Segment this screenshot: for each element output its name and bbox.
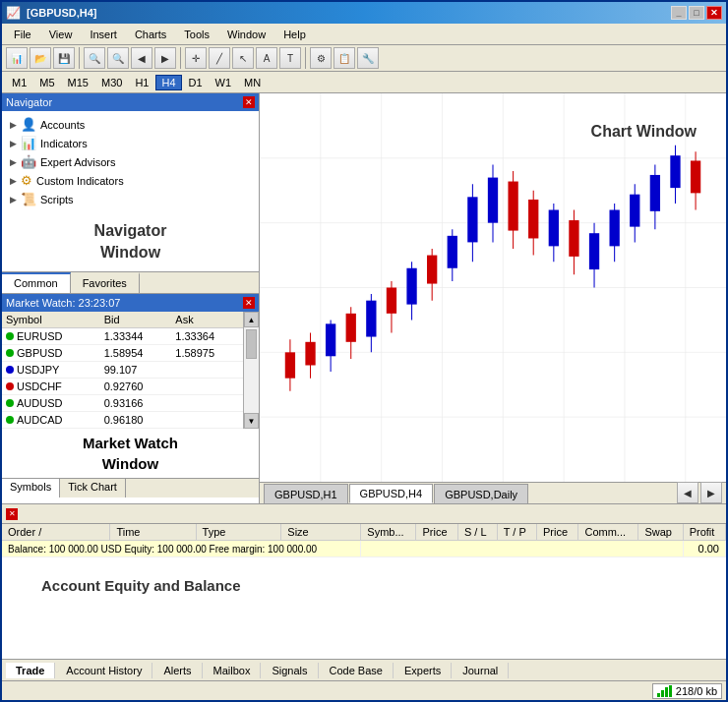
zoom-in-btn[interactable]: 🔍 bbox=[84, 47, 105, 69]
nav-tab-favorites[interactable]: Favorites bbox=[71, 272, 140, 293]
mw-row-usdchf[interactable]: USDCHF 0.92760 bbox=[2, 379, 243, 395]
arrow-btn[interactable]: ↖ bbox=[232, 47, 254, 69]
tf-d1[interactable]: D1 bbox=[183, 75, 209, 90]
market-watch-scrollbar[interactable]: ▲ ▼ bbox=[243, 312, 259, 429]
tab-scroll-left[interactable]: ◀ bbox=[677, 482, 698, 503]
accounts-label: Accounts bbox=[40, 119, 85, 131]
title-text: [GBPUSD,H4] bbox=[27, 7, 97, 19]
zoom-out-btn[interactable]: 🔍 bbox=[107, 47, 129, 69]
svg-rect-44 bbox=[589, 233, 599, 269]
mw-tab-symbols[interactable]: Symbols bbox=[2, 479, 60, 497]
menu-file[interactable]: File bbox=[6, 27, 39, 42]
tree-custom-indicators[interactable]: ▶ ⚙ Custom Indicators bbox=[2, 171, 259, 190]
indicators-icon: 📊 bbox=[21, 136, 36, 150]
balance-text: Balance: 100 000.00 USD Equity: 100 000.… bbox=[2, 541, 361, 557]
tf-m5[interactable]: M5 bbox=[33, 75, 60, 90]
navigator-header: Navigator ✕ bbox=[2, 93, 259, 111]
tab-scroll-right[interactable]: ▶ bbox=[700, 482, 722, 503]
market-watch-close-btn[interactable]: ✕ bbox=[243, 297, 255, 309]
tf-mn[interactable]: MN bbox=[238, 75, 267, 90]
sep3 bbox=[305, 47, 306, 69]
tab-trade[interactable]: Trade bbox=[6, 663, 55, 678]
chart-area: Chart Window GBPUSD,H1 GBPUSD,H4 GBPUSD,… bbox=[260, 93, 726, 503]
chart-tab-h1[interactable]: GBPUSD,H1 bbox=[264, 484, 348, 503]
dot-audusd bbox=[6, 399, 14, 407]
timeframe-bar: M1 M5 M15 M30 H1 H4 D1 W1 MN bbox=[2, 72, 726, 93]
tree-expert-advisors[interactable]: ▶ 🤖 Expert Advisors bbox=[2, 152, 259, 171]
mw-ask-eurusd: 1.33364 bbox=[171, 328, 243, 345]
tf-m30[interactable]: M30 bbox=[95, 75, 128, 90]
scroll-thumb[interactable] bbox=[246, 329, 257, 359]
dot-eurusd bbox=[6, 332, 14, 340]
terminal-close-btn[interactable]: ✕ bbox=[6, 508, 18, 520]
crosshair-btn[interactable]: ✛ bbox=[185, 47, 207, 69]
tab-account-history[interactable]: Account History bbox=[56, 663, 152, 678]
menu-insert[interactable]: Insert bbox=[82, 27, 125, 42]
minimize-button[interactable]: _ bbox=[671, 6, 687, 20]
col-ask: Ask bbox=[171, 312, 243, 328]
menu-charts[interactable]: Charts bbox=[127, 27, 174, 42]
tf-m15[interactable]: M15 bbox=[62, 75, 94, 90]
tab-experts[interactable]: Experts bbox=[394, 663, 452, 678]
mw-row-audcad[interactable]: AUDCAD 0.96180 bbox=[2, 412, 243, 429]
mw-row-gbpusd[interactable]: GBPUSD 1.58954 1.58975 bbox=[2, 345, 243, 362]
svg-rect-34 bbox=[488, 178, 498, 223]
save-btn[interactable]: 💾 bbox=[53, 47, 75, 69]
template-btn[interactable]: 📋 bbox=[334, 47, 355, 69]
tree-indicators[interactable]: ▶ 📊 Indicators bbox=[2, 134, 259, 152]
open-btn[interactable]: 📂 bbox=[30, 47, 51, 69]
nav-tab-common[interactable]: Common bbox=[2, 272, 71, 293]
tf-h1[interactable]: H1 bbox=[129, 75, 154, 90]
svg-rect-18 bbox=[326, 323, 335, 356]
bar2 bbox=[661, 690, 664, 697]
svg-rect-16 bbox=[305, 342, 315, 366]
text-btn[interactable]: A bbox=[256, 47, 277, 69]
ci-label: Custom Indicators bbox=[36, 175, 124, 187]
close-button[interactable]: ✕ bbox=[706, 6, 722, 20]
svg-rect-20 bbox=[346, 314, 356, 342]
tree-scripts[interactable]: ▶ 📜 Scripts bbox=[2, 190, 259, 208]
mw-row-eurusd[interactable]: EURUSD 1.33344 1.33364 bbox=[2, 328, 243, 345]
chart-background[interactable]: Chart Window bbox=[260, 93, 726, 482]
line-btn[interactable]: ╱ bbox=[209, 47, 230, 69]
mw-bid-audcad: 0.96180 bbox=[100, 412, 243, 429]
mw-bid-audusd: 0.93166 bbox=[100, 395, 243, 412]
tf-w1[interactable]: W1 bbox=[210, 75, 238, 90]
market-watch-header: Market Watch: 23:23:07 ✕ bbox=[2, 294, 259, 312]
tf-m1[interactable]: M1 bbox=[6, 75, 32, 90]
tab-mailbox[interactable]: Mailbox bbox=[204, 663, 262, 678]
svg-rect-14 bbox=[285, 352, 295, 378]
prop-btn[interactable]: 🔧 bbox=[357, 47, 379, 69]
tf-h4[interactable]: H4 bbox=[155, 75, 181, 90]
scroll-up-btn[interactable]: ▲ bbox=[244, 312, 259, 327]
navigator-tabs: Common Favorites bbox=[2, 271, 259, 293]
new-chart-btn[interactable]: 📊 bbox=[6, 47, 28, 69]
mw-row-usdjpy[interactable]: USDJPY 99.107 bbox=[2, 362, 243, 379]
tab-codebase[interactable]: Code Base bbox=[320, 663, 394, 678]
scroll-right-btn[interactable]: ▶ bbox=[154, 47, 176, 69]
mw-row-audusd[interactable]: AUDUSD 0.93166 bbox=[2, 395, 243, 412]
maximize-button[interactable]: □ bbox=[689, 6, 704, 20]
col-order: Order / bbox=[2, 524, 110, 541]
scroll-track bbox=[244, 327, 259, 413]
scroll-down-btn[interactable]: ▼ bbox=[244, 413, 259, 429]
tab-alerts[interactable]: Alerts bbox=[153, 663, 202, 678]
bottom-tabs: Trade Account History Alerts Mailbox Sig… bbox=[2, 659, 726, 680]
mw-symbol-gbpusd: GBPUSD bbox=[2, 345, 100, 362]
period-btn[interactable]: T bbox=[279, 47, 301, 69]
menu-help[interactable]: Help bbox=[275, 27, 314, 42]
tree-accounts[interactable]: ▶ 👤 Accounts bbox=[2, 115, 259, 134]
menu-window[interactable]: Window bbox=[219, 27, 273, 42]
navigator-title: Navigator bbox=[6, 96, 52, 108]
menu-view[interactable]: View bbox=[41, 27, 81, 42]
tab-signals[interactable]: Signals bbox=[262, 663, 318, 678]
chart-tab-daily[interactable]: GBPUSD,Daily bbox=[434, 484, 528, 503]
balance-spacer bbox=[361, 541, 683, 557]
chart-tab-h4[interactable]: GBPUSD,H4 bbox=[349, 484, 434, 503]
menu-tools[interactable]: Tools bbox=[176, 27, 217, 42]
mw-tab-tick-chart[interactable]: Tick Chart bbox=[60, 479, 126, 497]
scroll-btn[interactable]: ◀ bbox=[131, 47, 152, 69]
navigator-close-btn[interactable]: ✕ bbox=[243, 96, 255, 108]
tab-journal[interactable]: Journal bbox=[453, 663, 509, 678]
expert-btn[interactable]: ⚙ bbox=[310, 47, 332, 69]
